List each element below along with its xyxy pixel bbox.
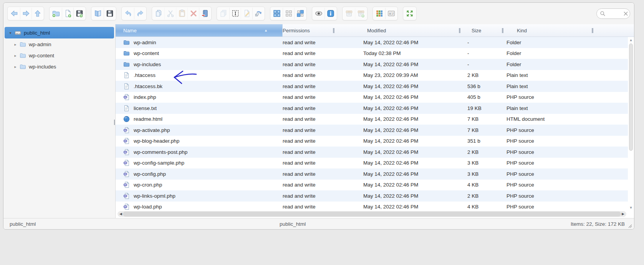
grid-gray-icon bbox=[285, 9, 293, 18]
file-row-.htaccess[interactable]: .htaccessread and writeMay 23, 2022 09:3… bbox=[116, 70, 628, 81]
toggle-hidden-button[interactable] bbox=[313, 8, 324, 19]
remove-button[interactable] bbox=[199, 8, 210, 19]
file-modified: May 14, 2022 02:46 PM bbox=[363, 138, 467, 144]
vertical-scrollbar[interactable]: ▲ ▼ bbox=[628, 37, 634, 210]
file-modified: May 14, 2022 02:46 PM bbox=[363, 105, 467, 111]
edit-button[interactable] bbox=[241, 8, 252, 19]
file-row-wp-includes[interactable]: wp-includesread and writeMay 14, 2022 02… bbox=[116, 59, 628, 70]
file-row-.htaccess.bk[interactable]: .htaccess.bkread and writeMay 14, 2022 0… bbox=[116, 81, 628, 92]
rename-button[interactable] bbox=[229, 8, 241, 19]
sort-az-button[interactable]: az bbox=[385, 8, 397, 19]
view-list-button[interactable] bbox=[283, 8, 294, 19]
search-icon bbox=[600, 11, 606, 17]
column-resize-handle[interactable] bbox=[592, 28, 593, 33]
caret-right-icon[interactable]: ▸ bbox=[13, 42, 18, 47]
forward-button[interactable] bbox=[20, 8, 31, 19]
up-button[interactable] bbox=[31, 8, 43, 19]
column-resize-handle[interactable] bbox=[502, 28, 503, 33]
file-kind: Folder bbox=[507, 62, 628, 67]
php-icon bbox=[123, 127, 130, 133]
sidebar-item-label: wp-admin bbox=[29, 42, 51, 47]
sidebar-item-wp-admin[interactable]: ▸wp-admin bbox=[3, 39, 115, 50]
resize-button[interactable] bbox=[252, 8, 264, 19]
extract-button[interactable] bbox=[343, 8, 355, 19]
new-file-button[interactable] bbox=[62, 8, 73, 19]
info-button[interactable] bbox=[324, 8, 336, 19]
upload-button[interactable] bbox=[73, 8, 85, 19]
paste-button[interactable] bbox=[176, 8, 187, 19]
file-row-wp-links-opml.php[interactable]: wp-links-opml.phpread and writeMay 14, 2… bbox=[116, 190, 628, 202]
save-button[interactable] bbox=[104, 8, 115, 19]
column-header-size[interactable]: Size bbox=[467, 24, 507, 37]
new-folder-button[interactable] bbox=[50, 8, 62, 19]
file-kind: PHP source bbox=[507, 193, 628, 199]
search-box[interactable] bbox=[596, 8, 630, 19]
undo-button[interactable] bbox=[123, 8, 134, 19]
cut-button[interactable] bbox=[164, 8, 176, 19]
open-button[interactable] bbox=[92, 8, 104, 19]
view-mosaic-button[interactable] bbox=[294, 8, 306, 19]
file-row-index.php[interactable]: index.phpread and writeMay 14, 2022 02:4… bbox=[116, 92, 628, 103]
file-row-wp-config-sample.php[interactable]: wp-config-sample.phpread and writeMay 14… bbox=[116, 158, 628, 169]
folder-icon bbox=[123, 61, 130, 68]
redo-button[interactable] bbox=[134, 8, 146, 19]
file-row-license.txt[interactable]: license.txtread and writeMay 14, 2022 02… bbox=[116, 103, 628, 114]
caret-right-icon[interactable]: ▸ bbox=[13, 53, 18, 58]
window-resize-grip[interactable] bbox=[628, 223, 632, 227]
file-row-wp-comments-post.php[interactable]: wp-comments-post.phpread and writeMay 14… bbox=[116, 147, 628, 158]
svg-text:z: z bbox=[392, 12, 394, 15]
column-header-kind[interactable]: Kind bbox=[507, 24, 634, 37]
caret-down-icon[interactable]: ▾ bbox=[8, 31, 13, 35]
file-modified: May 14, 2022 02:46 PM bbox=[363, 204, 467, 210]
file-size: 351 b bbox=[467, 138, 507, 144]
file-row-wp-cron.php[interactable]: wp-cron.phpread and writeMay 14, 2022 02… bbox=[116, 180, 628, 191]
file-name: wp-cron.php bbox=[134, 182, 162, 188]
file-size: 2 KB bbox=[467, 149, 507, 155]
file-row-wp-content[interactable]: wp-contentread and writeToday 02:38 PM-F… bbox=[116, 48, 628, 59]
back-button[interactable] bbox=[8, 8, 20, 19]
eye-icon bbox=[315, 9, 323, 18]
file-name: license.txt bbox=[134, 105, 157, 111]
file-permissions: read and write bbox=[283, 72, 363, 78]
sidebar-item-label: public_html bbox=[24, 30, 50, 36]
column-header-name[interactable]: Name ▲ bbox=[116, 24, 283, 37]
file-row-wp-activate.php[interactable]: wp-activate.phpread and writeMay 14, 202… bbox=[116, 125, 628, 136]
horizontal-scroll-thumb[interactable] bbox=[123, 212, 621, 217]
archive-button[interactable] bbox=[355, 8, 366, 19]
delete-button[interactable] bbox=[187, 8, 199, 19]
column-header-permissions[interactable]: Permissions bbox=[283, 24, 363, 37]
duplicate-button[interactable] bbox=[218, 8, 229, 19]
file-permissions: read and write bbox=[283, 116, 363, 122]
file-row-wp-load.php[interactable]: wp-load.phpread and writeMay 14, 2022 02… bbox=[116, 202, 628, 213]
toolbar-group bbox=[312, 7, 337, 20]
file-kind: PHP source bbox=[507, 149, 628, 155]
file-row-wp-admin[interactable]: wp-adminread and writeMay 14, 2022 02:46… bbox=[116, 37, 628, 48]
column-header-modified[interactable]: Modified bbox=[363, 24, 467, 37]
sidebar-item-label: wp-includes bbox=[29, 64, 56, 70]
html-icon bbox=[123, 116, 130, 122]
copy-button[interactable] bbox=[153, 8, 164, 19]
scroll-down-icon[interactable]: ▼ bbox=[628, 205, 634, 210]
vertical-scroll-thumb[interactable] bbox=[629, 43, 633, 151]
sort-button[interactable] bbox=[374, 8, 385, 19]
search-input[interactable] bbox=[607, 11, 622, 17]
file-modified: May 14, 2022 02:46 PM bbox=[363, 94, 467, 100]
main-area: ▾public_html▸wp-admin▸wp-content▸wp-incl… bbox=[3, 24, 634, 218]
sidebar-item-public_html[interactable]: ▾public_html bbox=[5, 27, 114, 38]
arrow-left-icon bbox=[10, 9, 18, 18]
file-row-readme.html[interactable]: readme.htmlread and writeMay 14, 2022 02… bbox=[116, 114, 628, 125]
view-icons-button[interactable] bbox=[271, 8, 283, 19]
scroll-up-icon[interactable]: ▲ bbox=[628, 37, 634, 43]
clear-search-icon[interactable] bbox=[623, 11, 628, 16]
sidebar-item-wp-content[interactable]: ▸wp-content bbox=[3, 50, 115, 61]
column-resize-handle[interactable] bbox=[333, 28, 334, 33]
sidebar-item-wp-includes[interactable]: ▸wp-includes bbox=[3, 61, 115, 72]
file-name: wp-includes bbox=[134, 62, 161, 67]
scroll-right-icon[interactable]: ▶ bbox=[620, 211, 626, 217]
column-resize-handle[interactable] bbox=[459, 28, 460, 33]
file-row-wp-config.php[interactable]: wp-config.phpread and writeMay 14, 2022 … bbox=[116, 168, 628, 180]
file-row-wp-blog-header.php[interactable]: wp-blog-header.phpread and writeMay 14, … bbox=[116, 136, 628, 147]
fullscreen-button[interactable] bbox=[404, 8, 416, 19]
horizontal-scrollbar[interactable]: ◀ ▶ bbox=[118, 211, 626, 217]
caret-right-icon[interactable]: ▸ bbox=[13, 65, 18, 69]
